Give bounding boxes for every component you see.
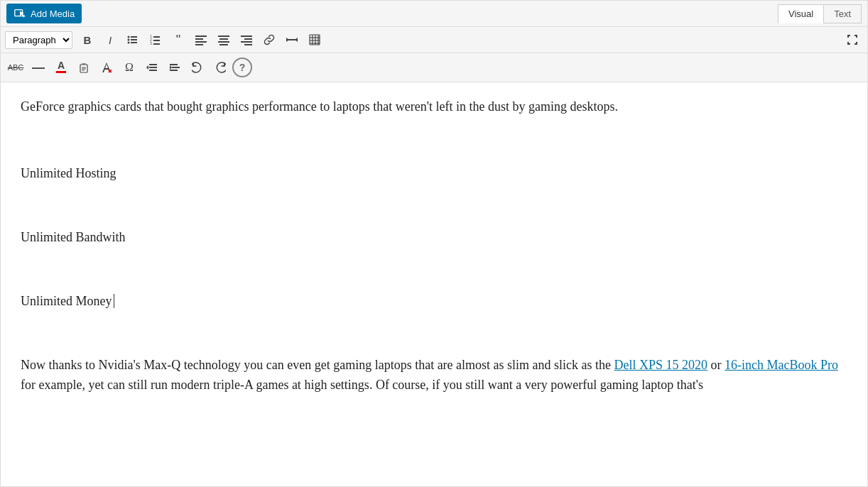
paragraph-nvidia: Now thanks to Nvidia's Max-Q technology … [21,355,847,396]
toolbar-row-2: ABC — A Ω [1,53,867,82]
align-right-button[interactable] [236,30,257,50]
fullscreen-button[interactable] [842,30,863,50]
table-icon [309,34,320,45]
svg-marker-30 [295,38,298,42]
svg-rect-25 [244,38,252,40]
svg-marker-1 [20,11,23,16]
heading-unlimited-bandwith: Unlimited Bandwith [21,227,847,248]
paste-text-button[interactable] [73,58,94,77]
link-macbook-pro[interactable]: 16-inch MacBook Pro [725,358,838,372]
editor-wrapper: Add Media Visual Text Paragraph Heading … [0,0,868,487]
svg-rect-39 [82,63,86,65]
undo-icon [192,62,203,73]
strikethrough-icon: ABC [8,63,24,72]
svg-rect-19 [195,44,203,45]
toolbar-row-1: Paragraph Heading 1 Heading 2 Heading 3 … [1,27,867,53]
svg-point-4 [128,36,130,38]
paste-text-icon [78,62,89,73]
svg-rect-51 [170,70,178,71]
redo-icon [215,62,226,73]
special-char-button[interactable]: Ω [119,58,140,77]
heading-unlimited-money: Unlimited Money [21,291,847,312]
svg-rect-27 [244,44,252,45]
unordered-list-icon [127,34,139,45]
tab-visual[interactable]: Visual [778,4,823,23]
add-media-label: Add Media [31,9,75,19]
help-button[interactable]: ? [232,58,252,77]
svg-rect-23 [219,44,228,45]
help-icon: ? [239,62,246,73]
svg-rect-49 [170,64,178,65]
outdent-button[interactable] [141,58,163,77]
outdent-icon [146,62,158,73]
align-center-button[interactable] [213,30,234,50]
svg-rect-15 [153,43,160,45]
paragraph-space-2 [21,194,847,214]
svg-rect-17 [195,38,203,40]
bold-button[interactable]: B [77,30,98,50]
svg-rect-18 [195,41,207,43]
svg-rect-45 [149,64,157,65]
text-color-swatch [56,71,66,73]
clear-format-button[interactable] [96,58,117,77]
add-media-button[interactable]: Add Media [6,4,82,23]
italic-button[interactable]: I [99,30,121,50]
undo-button[interactable] [187,58,208,77]
svg-rect-47 [149,70,157,71]
link-icon [264,34,275,45]
more-tag-icon [286,34,298,45]
indent-icon [169,62,180,73]
svg-rect-20 [218,35,229,37]
bold-icon: B [84,34,92,46]
svg-rect-7 [131,39,137,40]
svg-point-6 [128,39,130,41]
blockquote-icon: " [176,33,180,46]
top-bar: Add Media Visual Text [1,1,867,27]
indent-button[interactable] [164,58,185,77]
svg-rect-5 [131,36,137,38]
svg-rect-22 [218,41,229,43]
svg-rect-11 [153,36,160,38]
svg-rect-13 [153,40,160,41]
align-left-button[interactable] [190,30,212,50]
svg-rect-21 [219,38,228,40]
svg-rect-50 [172,67,180,68]
unordered-list-button[interactable] [122,30,143,50]
italic-icon: I [109,34,112,46]
link-dell-xps[interactable]: Dell XPS 15 2020 [614,358,708,372]
omega-icon: Ω [125,61,134,74]
paragraph-space-1 [21,130,847,151]
align-center-icon [218,34,229,45]
align-right-icon [241,34,252,45]
table-button[interactable] [304,30,325,50]
svg-text:3.: 3. [150,41,153,45]
paragraph-format-select[interactable]: Paragraph Heading 1 Heading 2 Heading 3 [5,31,72,49]
ordered-list-button[interactable]: 1. 2. 3. [145,30,166,50]
svg-marker-48 [146,65,148,70]
add-media-icon [13,7,26,20]
content-area[interactable]: GeForce graphics cards that bought graph… [1,82,867,423]
clear-format-icon [101,62,112,73]
more-tag-button[interactable] [281,30,303,50]
text-color-icon: A [58,60,65,70]
paragraph-space-3 [21,258,847,278]
insert-link-button[interactable] [259,30,280,50]
blockquote-button[interactable]: " [168,30,189,50]
text-cursor [114,294,114,308]
horizontal-rule-button[interactable]: — [28,58,49,77]
paragraph-space-4 [21,322,847,342]
svg-rect-9 [131,42,137,43]
strikethrough-button[interactable]: ABC [5,58,26,77]
redo-button[interactable] [210,58,231,77]
tab-text[interactable]: Text [823,4,862,23]
svg-rect-26 [241,41,252,43]
heading-unlimited-hosting: Unlimited Hosting [21,163,847,184]
svg-rect-24 [241,35,252,37]
svg-rect-46 [149,67,157,68]
svg-point-8 [128,42,130,44]
svg-rect-16 [195,35,207,37]
text-color-button[interactable]: A [50,56,72,79]
svg-marker-29 [286,38,289,42]
hr-icon: — [32,60,45,75]
align-left-icon [195,34,207,45]
